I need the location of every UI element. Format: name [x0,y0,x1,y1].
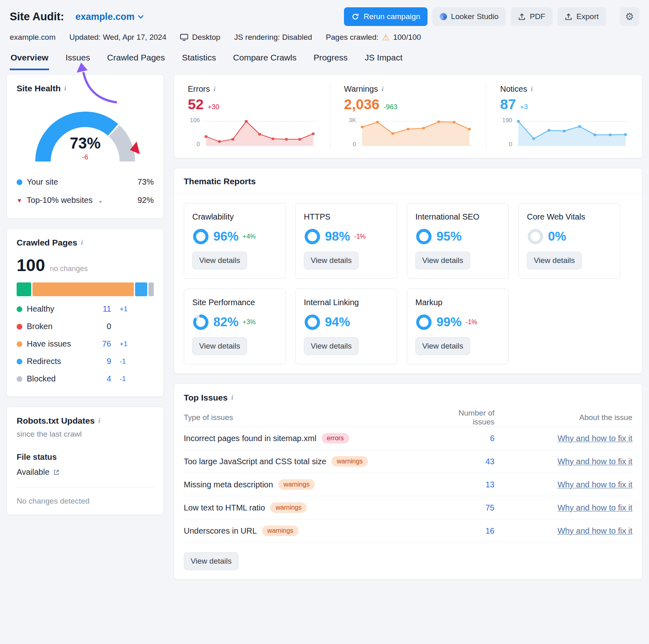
settings-gear-button[interactable]: ⚙ [620,7,639,26]
robots-note: No changes detected [17,497,154,506]
site-health-score: 73% [24,135,146,152]
view-details-button[interactable]: View details [415,252,470,269]
issue-text: Too large JavaScript and CSS total size [184,457,326,466]
upload-icon [565,13,572,21]
orange-dot-icon [17,341,22,347]
meta-domain: example.com [10,33,56,42]
looker-studio-button[interactable]: Looker Studio [432,7,506,26]
site-health-card: Site Health i 73% -6 Your site 73% ▼ [6,74,164,219]
info-icon[interactable]: i [231,394,233,402]
warnings-value: 2,036 [344,96,380,112]
why-how-link[interactable]: Why and how to fix it [499,526,632,536]
thematic-reports-title: Thematic Reports [184,177,256,186]
table-row: Too large JavaScript and CSS total size … [184,450,632,473]
top-issues-card: Top Issues i Type of issues Number of is… [174,383,643,579]
benchmark-value: 92% [138,196,154,205]
tab-js-impact[interactable]: JS Impact [364,52,403,70]
export-button[interactable]: Export [557,7,606,26]
robots-txt-card: Robots.txt Updates i since the last craw… [6,407,164,515]
pdf-button[interactable]: PDF [511,7,552,26]
errors-value: 52 [188,96,204,112]
info-icon[interactable]: i [81,239,83,247]
why-how-link[interactable]: Why and how to fix it [499,434,632,443]
pdf-label: PDF [530,12,545,21]
benchmark-row[interactable]: ▼ Top-10% websites ⌄ 92% [17,191,154,209]
errors-sparkline: 106 0 [188,116,316,148]
domain-selector-label: example.com [75,11,135,22]
crawled-pages-legend: Healthy 11 +1 Broken 0 Have issues 76 [17,300,133,388]
thematic-card-markup: Markup 99% -1% View details [407,289,509,364]
severity-badge: errors [322,433,349,444]
issue-count-link[interactable]: 16 [438,526,499,536]
meta-updated: Updated: Wed, Apr 17, 2024 [69,33,166,42]
your-site-row: Your site 73% [17,173,154,191]
red-dot-icon [17,324,22,330]
domain-selector[interactable]: example.com [75,11,144,22]
issue-count-link[interactable]: 75 [438,503,499,513]
issues-stats-card: Errors i 52 +30 106 0 [174,74,643,158]
warnings-sparkline: 3K 0 [344,116,472,148]
notices-label: Notices [500,84,527,94]
progress-donut-icon [415,314,432,331]
errors-delta: +30 [208,103,219,111]
blue-dot-icon [17,179,22,185]
rerun-campaign-button[interactable]: Rerun campaign [344,7,427,26]
issue-count-link[interactable]: 13 [438,480,499,489]
table-row: Missing meta description warnings 13 Why… [184,473,632,496]
thematic-card-crawlability: Crawlability 96% +4% View details [184,203,286,279]
tab-issues[interactable]: Issues [64,52,91,70]
info-icon[interactable]: i [531,85,533,93]
thematic-card-core-web-vitals: Core Web Vitals 0% View details [518,203,620,279]
tab-overview[interactable]: Overview [10,52,49,70]
table-row: Incorrect pages found in sitemap.xml err… [184,427,632,450]
export-label: Export [576,12,599,21]
desktop-icon [180,34,188,41]
info-icon[interactable]: i [64,84,67,93]
why-how-link[interactable]: Why and how to fix it [499,503,632,513]
view-details-button[interactable]: View details [304,252,359,269]
top-issues-header-row: Type of issues Number of issues About th… [184,408,632,427]
chevron-down-icon [138,15,144,19]
issue-text: Low text to HTML ratio [184,503,265,513]
external-link-icon[interactable] [53,469,60,476]
why-how-link[interactable]: Why and how to fix it [499,480,632,489]
issue-text: Incorrect pages found in sitemap.xml [184,434,316,443]
tab-progress[interactable]: Progress [313,52,348,70]
chevron-down-icon: ⌄ [98,197,103,204]
thematic-grid: Crawlability 96% +4% View details HTTPS … [184,203,632,364]
view-details-button[interactable]: View details [192,252,247,269]
progress-donut-icon [527,228,544,245]
progress-donut-icon [304,228,321,245]
tab-compare-crawls[interactable]: Compare Crawls [232,52,297,70]
looker-studio-icon [440,13,447,20]
severity-badge: warnings [331,456,368,467]
notices-delta: +3 [520,103,528,111]
meta-js-rendering: JS rendering: Disabled [234,33,312,42]
divider [17,487,154,488]
crawled-pages-stacked-bar [17,282,154,296]
warnings-label: Warnings [344,84,378,94]
tab-crawled-pages[interactable]: Crawled Pages [106,52,165,70]
view-details-button[interactable]: View details [527,252,582,269]
looker-studio-label: Looker Studio [451,12,499,21]
view-details-button[interactable]: View details [184,552,239,570]
issue-text: Underscores in URL [184,526,257,536]
progress-donut-icon [192,228,209,245]
robots-txt-title: Robots.txt Updates [17,416,95,426]
blue-dot-icon [17,359,22,364]
view-details-button[interactable]: View details [415,337,470,355]
view-details-button[interactable]: View details [304,337,359,355]
issue-count-link[interactable]: 6 [438,434,499,443]
crawled-pages-total: 100 [17,256,45,275]
crawled-pages-title: Crawled Pages [17,238,77,248]
view-details-button[interactable]: View details [192,337,247,355]
errors-stat: Errors i 52 +30 106 0 [174,84,330,148]
tab-statistics[interactable]: Statistics [181,52,217,70]
why-how-link[interactable]: Why and how to fix it [499,457,632,466]
notices-sparkline: 190 0 [500,116,628,148]
issue-count-link[interactable]: 43 [438,457,499,466]
info-icon[interactable]: i [213,85,215,93]
info-icon[interactable]: i [382,85,384,93]
warnings-delta: -963 [384,103,398,111]
info-icon[interactable]: i [99,417,101,425]
